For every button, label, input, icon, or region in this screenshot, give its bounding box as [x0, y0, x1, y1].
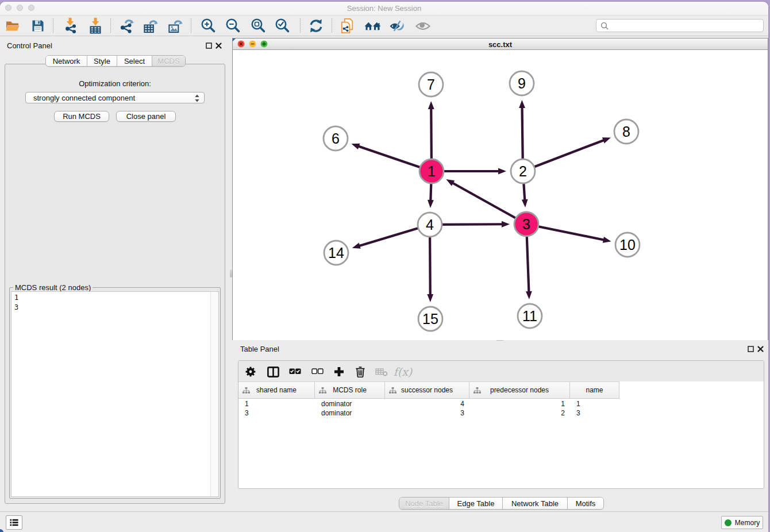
import-table-button[interactable] — [87, 17, 104, 34]
import-table-icon — [87, 17, 104, 34]
result-scrollbar[interactable] — [210, 292, 218, 496]
table-cell[interactable]: 1 — [570, 399, 619, 408]
open-session-button[interactable] — [4, 17, 21, 34]
show-details-button[interactable] — [414, 17, 432, 34]
table-cell[interactable]: dominator — [315, 408, 385, 418]
column-header-MCDS-role[interactable]: MCDS role — [315, 382, 385, 398]
table-row-0[interactable]: 1dominator411 — [238, 399, 764, 408]
table-panel-close-button[interactable] — [757, 345, 764, 353]
graph-edge-arrowhead — [519, 100, 525, 108]
table-cell[interactable]: 1 — [238, 399, 315, 408]
home-button[interactable] — [364, 17, 382, 34]
column-header-label: name — [586, 386, 603, 394]
search-input[interactable] — [609, 20, 763, 32]
close-icon — [757, 346, 764, 352]
graph-edge-arrowhead — [352, 242, 361, 248]
frame-minimize-button[interactable] — [249, 40, 256, 48]
combo-arrows-icon — [194, 94, 200, 103]
column-header-predecessor-nodes[interactable]: predecessor nodes — [469, 382, 570, 398]
table-panel-tabs: Node Table Edge Table Network Table Moti… — [399, 497, 604, 510]
network-canvas[interactable]: 7968124314101511 — [233, 51, 768, 340]
export-image-button[interactable] — [167, 17, 184, 34]
tab-select[interactable]: Select — [117, 56, 152, 66]
column-header-successor-nodes[interactable]: successor nodes — [385, 382, 469, 398]
column-header-label: shared name — [256, 386, 297, 394]
delete-row-button[interactable] — [353, 365, 367, 379]
export-table-button[interactable] — [142, 17, 159, 34]
run-mcds-button[interactable]: Run MCDS — [54, 111, 109, 122]
export-network-button[interactable] — [118, 17, 135, 34]
network-graph: 7968124314101511 — [233, 51, 768, 340]
table-cell[interactable]: 3 — [385, 408, 469, 418]
save-session-button[interactable] — [29, 17, 47, 34]
select-all-button[interactable] — [288, 365, 302, 379]
graph-node-label: 7 — [427, 76, 435, 92]
graph-edge-arrowhead — [428, 200, 434, 208]
network-file-icon — [340, 17, 357, 35]
zoom-in-button[interactable] — [200, 17, 217, 34]
network-file-button[interactable] — [340, 17, 357, 34]
memory-button[interactable]: Memory — [721, 516, 763, 529]
tab-network[interactable]: Network — [46, 56, 87, 66]
import-network-button[interactable] — [62, 17, 79, 34]
column-header-shared-name[interactable]: shared name — [238, 382, 315, 398]
tab-network-table[interactable]: Network Table — [503, 498, 568, 509]
zoom-out-button[interactable] — [225, 17, 242, 34]
home-icon — [364, 17, 382, 35]
hierarchy-icon — [389, 387, 396, 394]
zoom-selected-button[interactable] — [274, 17, 291, 34]
column-header-name[interactable]: name — [570, 382, 619, 398]
column-visibility-button[interactable] — [266, 365, 280, 379]
window-title: Session: New Session — [0, 4, 768, 13]
graph-node-label: 6 — [332, 130, 340, 147]
control-panel-float-button[interactable] — [205, 42, 213, 49]
table-cell[interactable]: 3 — [570, 408, 619, 418]
table-cell[interactable]: 4 — [385, 399, 469, 408]
deselect-all-button[interactable] — [310, 365, 324, 379]
delete-table-button[interactable] — [375, 365, 388, 379]
column-header-label: predecessor nodes — [490, 386, 549, 394]
table-cell[interactable]: dominator — [315, 399, 385, 408]
search-box[interactable] — [596, 19, 764, 32]
export-network-icon — [118, 17, 135, 34]
control-panel-close-button[interactable] — [215, 42, 222, 49]
criterion-select[interactable]: strongly connected component — [25, 92, 205, 103]
table-options-button[interactable] — [244, 365, 257, 379]
table-panel-float-button[interactable] — [747, 345, 754, 353]
column-header-label: MCDS role — [333, 386, 367, 394]
table-row-1[interactable]: 3dominator323 — [238, 408, 764, 418]
mcds-result-textarea[interactable]: 1 3 — [11, 291, 219, 497]
tab-node-table[interactable]: Node Table — [399, 498, 449, 509]
delete-table-icon — [375, 367, 388, 377]
network-view-frame: scc.txt — [232, 38, 768, 340]
table-cell[interactable]: 3 — [238, 408, 315, 418]
fx-icon: f(x) — [394, 365, 413, 378]
task-history-button[interactable] — [6, 515, 22, 530]
function-builder-button[interactable]: f(x) — [393, 365, 413, 379]
table-toolbar: f(x) — [238, 361, 764, 381]
frame-maximize-button[interactable] — [260, 40, 268, 48]
tab-motifs[interactable]: Motifs — [568, 498, 603, 509]
control-panel-title: Control Panel — [7, 41, 52, 50]
network-frame-titlebar[interactable]: scc.txt — [233, 38, 768, 50]
eye-icon — [414, 17, 432, 35]
task-list-icon — [10, 519, 18, 526]
graph-edge-2-8[interactable] — [523, 140, 605, 171]
zoom-selected-icon — [274, 17, 291, 34]
main-toolbar — [0, 16, 768, 36]
export-table-icon — [142, 17, 159, 35]
tab-edge-table[interactable]: Edge Table — [449, 498, 503, 509]
frame-close-button[interactable] — [237, 40, 245, 48]
add-row-button[interactable] — [332, 365, 346, 379]
float-icon — [748, 346, 754, 352]
zoom-fit-button[interactable] — [250, 17, 267, 34]
hide-details-button[interactable] — [389, 17, 406, 34]
table-cell[interactable]: 2 — [469, 408, 570, 418]
tab-mcds[interactable]: MCDS — [152, 56, 185, 66]
close-panel-button[interactable]: Close panel — [116, 111, 176, 122]
refresh-layout-button[interactable] — [307, 17, 325, 34]
graph-edge-arrowhead — [427, 294, 433, 302]
tab-style[interactable]: Style — [87, 56, 117, 66]
save-icon — [30, 18, 45, 33]
table-cell[interactable]: 1 — [469, 399, 570, 408]
